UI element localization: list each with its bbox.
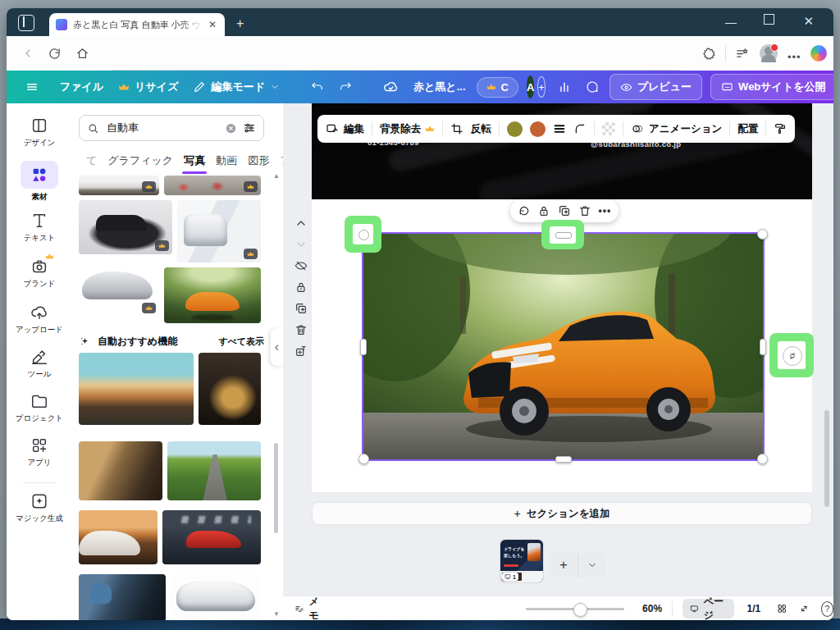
selected-image[interactable] bbox=[363, 234, 763, 459]
photo-thumb-gold-sportscar[interactable] bbox=[199, 353, 261, 425]
main-menu-icon[interactable] bbox=[18, 75, 46, 98]
cloud-save-icon[interactable] bbox=[376, 75, 406, 100]
filter-sliders-icon[interactable] bbox=[243, 121, 256, 135]
move-down-icon[interactable] bbox=[294, 238, 308, 251]
search-box[interactable] bbox=[79, 115, 264, 141]
move-up-icon[interactable] bbox=[294, 217, 308, 230]
tab-all-partial[interactable]: て bbox=[86, 153, 97, 168]
page-thumbnail[interactable]: ドライブを楽しもう。 1 bbox=[500, 540, 543, 582]
refresh-icon[interactable] bbox=[48, 47, 62, 61]
delete-icon[interactable] bbox=[294, 323, 308, 336]
color-swatch-olive[interactable] bbox=[507, 121, 523, 137]
search-input[interactable] bbox=[105, 121, 205, 135]
preview-button[interactable]: プレビュー bbox=[609, 74, 702, 100]
duplicate-icon[interactable] bbox=[558, 204, 571, 217]
lock-icon[interactable] bbox=[537, 204, 550, 217]
sidebar-item-elements[interactable]: 素材 bbox=[7, 161, 72, 203]
duplicate-icon[interactable] bbox=[294, 302, 308, 315]
page-mode-button[interactable]: ページ bbox=[682, 599, 734, 619]
flip-button[interactable]: 反転 bbox=[471, 122, 491, 136]
redo-button[interactable] bbox=[331, 75, 359, 98]
handle-top-right[interactable] bbox=[757, 229, 768, 240]
panel-scroll-up-icon[interactable]: ▲ bbox=[273, 172, 280, 180]
tab-photos[interactable]: 写真 bbox=[184, 153, 205, 168]
photo-thumb-white-car-sunset[interactable] bbox=[79, 510, 158, 564]
photo-thumb-white-compact[interactable] bbox=[171, 574, 261, 620]
sidebar-item-text[interactable]: テキスト bbox=[7, 212, 72, 244]
handle-bottom-right[interactable] bbox=[757, 454, 768, 464]
copy-style-roller-icon[interactable] bbox=[774, 122, 787, 135]
save-section-icon[interactable] bbox=[294, 345, 308, 358]
zoom-slider-thumb[interactable] bbox=[573, 603, 587, 617]
panel-scrollbar[interactable] bbox=[274, 443, 278, 533]
add-member-button[interactable]: + bbox=[537, 76, 546, 98]
sidebar-item-magic[interactable]: マジック生成 bbox=[7, 492, 72, 524]
comments-icon[interactable] bbox=[578, 75, 606, 98]
animate-button[interactable]: アニメーション bbox=[631, 122, 722, 136]
panel-scroll-down-icon[interactable]: ▼ bbox=[273, 610, 280, 618]
photo-thumb-car-underbody[interactable] bbox=[79, 176, 159, 195]
photo-thumb-red-sportscar[interactable] bbox=[162, 510, 261, 564]
zoom-slider[interactable] bbox=[526, 608, 624, 610]
file-menu[interactable]: ファイル bbox=[52, 75, 111, 99]
hide-eye-icon[interactable] bbox=[294, 259, 308, 272]
tab-graphics[interactable]: グラフィック bbox=[107, 153, 173, 168]
window-maximize-button[interactable] bbox=[764, 14, 774, 25]
collections-icon[interactable] bbox=[735, 47, 749, 61]
new-tab-button[interactable]: + bbox=[236, 17, 244, 30]
add-section-button[interactable]: + セクションを追加 bbox=[312, 502, 812, 525]
panel-collapse-handle[interactable]: ‹ bbox=[271, 328, 283, 366]
home-icon[interactable] bbox=[75, 47, 89, 61]
photo-thumb-black-suv[interactable] bbox=[79, 200, 172, 254]
credits-badge[interactable]: C bbox=[477, 77, 518, 98]
undo-button[interactable] bbox=[304, 75, 331, 98]
sidebar-item-brand[interactable]: ブランド bbox=[7, 258, 72, 290]
border-style-icon[interactable] bbox=[553, 122, 566, 135]
handle-right-middle[interactable] bbox=[760, 339, 766, 355]
color-swatch-orange[interactable] bbox=[530, 121, 546, 137]
copilot-icon[interactable] bbox=[810, 45, 827, 62]
edit-mode-menu[interactable]: 編集モード bbox=[185, 75, 287, 99]
window-minimize-button[interactable]: — bbox=[725, 16, 737, 29]
handle-bottom-middle[interactable] bbox=[555, 456, 572, 463]
photo-thumb-mechanic[interactable] bbox=[79, 574, 166, 620]
handle-left-middle[interactable] bbox=[360, 339, 367, 355]
position-button[interactable]: 配置 bbox=[737, 122, 758, 136]
notes-button[interactable]: メモ bbox=[294, 595, 324, 620]
sidebar-item-projects[interactable]: プロジェクト bbox=[7, 392, 72, 424]
photo-thumb-autumn-road[interactable] bbox=[79, 353, 194, 425]
design-name[interactable]: 赤と黒と... bbox=[406, 75, 472, 99]
help-button[interactable]: ? bbox=[821, 601, 833, 617]
bg-remove-button[interactable]: 背景除去 bbox=[380, 122, 435, 136]
browser-menu-icon[interactable]: ••• bbox=[788, 51, 801, 63]
photo-thumb-country-road[interactable] bbox=[167, 441, 261, 500]
photo-thumb-car-interior[interactable] bbox=[79, 441, 162, 500]
transparency-icon[interactable] bbox=[602, 122, 615, 135]
sidebar-item-tools[interactable]: ツール bbox=[7, 348, 72, 380]
browser-essentials-icon[interactable] bbox=[702, 47, 716, 61]
photo-thumb-orange-mustang[interactable] bbox=[164, 267, 261, 323]
photo-thumb-silver-sedan[interactable] bbox=[79, 259, 159, 317]
profile-avatar[interactable] bbox=[760, 44, 778, 62]
add-page-button[interactable]: + bbox=[550, 553, 578, 578]
tab-videos[interactable]: 動画 bbox=[216, 153, 237, 168]
crop-icon[interactable] bbox=[450, 122, 463, 135]
grid-view-icon[interactable] bbox=[777, 602, 788, 615]
lock-icon[interactable] bbox=[294, 281, 308, 294]
pages-dropdown-button[interactable] bbox=[578, 553, 606, 578]
sidebar-item-design[interactable]: デザイン bbox=[7, 116, 72, 148]
rotate-handle-icon[interactable] bbox=[788, 351, 797, 361]
back-icon[interactable] bbox=[21, 47, 34, 60]
publish-website-button[interactable]: Webサイトを公開 bbox=[710, 74, 833, 100]
sidebar-item-apps[interactable]: アプリ bbox=[7, 436, 72, 468]
sidebar-item-uploads[interactable]: アップロード bbox=[7, 304, 72, 336]
browser-tab[interactable]: 赤と黒と白 写真 自動車 小売 ウェブ ✕ bbox=[49, 13, 225, 36]
photo-thumb-traffic[interactable] bbox=[164, 176, 261, 195]
tab-shapes[interactable]: 図形 bbox=[248, 153, 269, 168]
zoom-value[interactable]: 60% bbox=[642, 603, 662, 614]
clear-search-icon[interactable] bbox=[225, 122, 237, 135]
corner-rounding-icon[interactable] bbox=[573, 122, 587, 135]
edit-image-button[interactable]: 編集 bbox=[326, 122, 364, 136]
photo-thumb-white-suv-showroom[interactable] bbox=[177, 200, 261, 262]
resize-menu[interactable]: リサイズ bbox=[111, 75, 185, 99]
